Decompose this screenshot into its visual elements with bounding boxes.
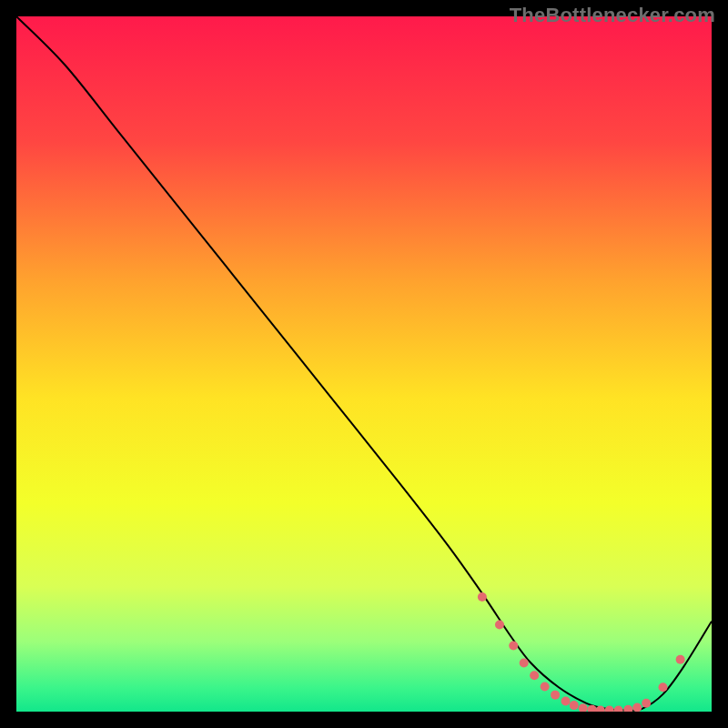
valley-dot bbox=[495, 621, 504, 630]
chart-stage: TheBottlenecker.com bbox=[0, 0, 728, 728]
valley-dot bbox=[551, 691, 560, 700]
valley-dot bbox=[676, 655, 685, 664]
valley-dot bbox=[632, 703, 642, 712]
plot-svg bbox=[16, 16, 712, 712]
valley-dot bbox=[642, 699, 651, 708]
valley-dot bbox=[478, 592, 487, 602]
valley-dot bbox=[659, 682, 668, 692]
valley-dot bbox=[520, 659, 529, 668]
valley-dot bbox=[561, 697, 571, 706]
valley-dot bbox=[530, 671, 539, 680]
watermark-text: TheBottlenecker.com bbox=[510, 4, 715, 27]
plot-area bbox=[16, 16, 712, 712]
valley-dot bbox=[570, 701, 579, 710]
gradient-background bbox=[16, 16, 712, 712]
valley-dot bbox=[509, 641, 518, 650]
valley-dot bbox=[541, 682, 550, 692]
